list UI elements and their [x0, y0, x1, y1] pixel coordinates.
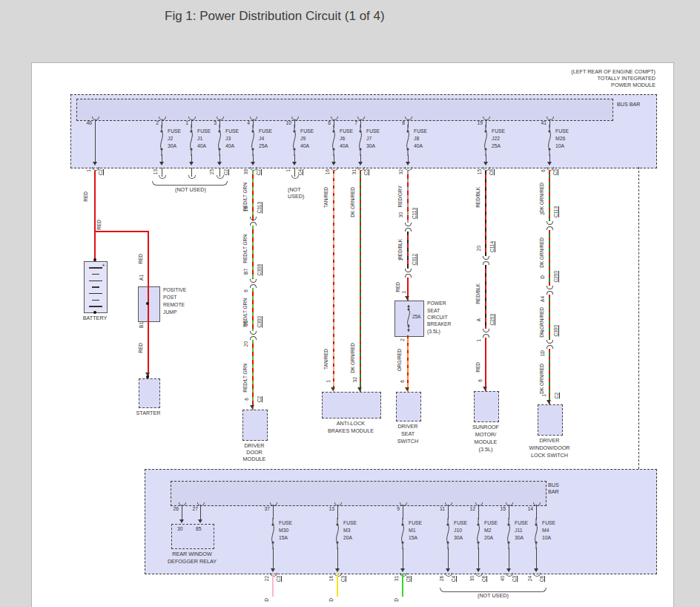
wire [95, 119, 96, 162]
wire-color-label: RED/BLK [476, 187, 481, 208]
jump-label-line: POSITIVE [163, 288, 186, 293]
inline-connector-icon [250, 331, 257, 340]
fuse-name: J7 [366, 137, 372, 142]
wire-color-label: RED/LT GRN [243, 234, 248, 263]
wire [478, 548, 479, 568]
exit-pin: 6 [541, 169, 547, 172]
connector-label: C2 [224, 169, 229, 175]
wire [448, 548, 449, 568]
exit-pin: 31 [352, 169, 357, 174]
not-used-label: (NOT USED) [478, 593, 509, 598]
fuse-amps: 25A [259, 144, 268, 149]
fuse-amps: 25A [492, 144, 501, 149]
wire-color-label: DK GRN/RED [540, 183, 545, 213]
wire-color-label: DK GRN/RED [540, 237, 545, 268]
arrowhead-icon [189, 162, 194, 165]
wire [219, 154, 220, 162]
wire-tan-red [333, 171, 334, 392]
arrowhead-icon [335, 568, 340, 572]
fuse-icon [481, 125, 490, 156]
wire [200, 505, 201, 520]
fuse-word: FUSE [454, 521, 467, 526]
fuse-word: FUSE [409, 521, 422, 526]
fuse-word: FUSE [366, 129, 380, 134]
wire [191, 154, 192, 162]
fuse-amps: 40A [300, 144, 309, 149]
fuse-icon [215, 125, 224, 156]
component-pin: 6 [400, 380, 406, 383]
inline-pin: 25 [244, 321, 249, 326]
bus-pin: 26 [168, 507, 179, 512]
wire [403, 548, 403, 568]
fuse-word: FUSE [343, 521, 357, 526]
component-pin: 1 [542, 394, 547, 397]
connector-label: C113 [412, 208, 417, 219]
fuse-amps: 20A [484, 536, 493, 541]
connector-label: C313 [257, 202, 262, 214]
fuse-icon [545, 125, 554, 156]
arrowhead-icon [331, 387, 335, 391]
positive-post-remote-jump [138, 286, 160, 322]
wire-color-label: RED/BLK [476, 283, 481, 304]
wire-dk-grn-red [549, 230, 550, 286]
inline-pin: 20 [244, 341, 249, 347]
bus-pin: 14 [523, 507, 533, 512]
fuse-word: FUSE [197, 129, 211, 134]
battery-terminal-dot [93, 311, 96, 314]
connector-label: C6 [540, 576, 545, 582]
connector-label: C6 [489, 169, 495, 175]
wire [408, 154, 409, 162]
fuse-name: M3 [343, 528, 350, 534]
wire-red [485, 338, 486, 391]
jump-label-line: REMOTE [163, 303, 185, 308]
arrowhead-icon [179, 519, 184, 523]
component-pin: 6 [245, 398, 250, 401]
fuse-amps: 40A [225, 144, 234, 149]
component-pin: 32 [353, 377, 358, 382]
wire-color-label: RED [396, 282, 401, 292]
wire-red [94, 232, 96, 261]
wire [162, 154, 162, 162]
driver-door-module [242, 410, 268, 441]
starter [139, 378, 160, 408]
fuse-name: M2 [484, 528, 491, 534]
inline-connector-icon [547, 286, 553, 295]
wire-color-label: D [265, 598, 270, 602]
exit-pin: 13 [153, 169, 159, 174]
wire-color-label: RED/GRY [398, 186, 403, 208]
connector-label: C5 [364, 169, 369, 175]
not-used-label: (NOT USED) [175, 187, 206, 192]
inline-connector-icon [483, 256, 489, 265]
fuse-amps: 30A [454, 536, 463, 541]
fuse-icon [356, 125, 365, 156]
tipm-boundary-line [638, 167, 639, 469]
inline-pin: 30 [399, 212, 404, 217]
fuse-word: FUSE [300, 129, 314, 134]
wire [509, 548, 509, 568]
inline-pin: 6 [244, 289, 249, 292]
battery-plate [89, 306, 102, 307]
jump-label-line: POST [163, 295, 177, 301]
exit-pin: 24 [528, 576, 533, 581]
relay-pin: 30 [177, 527, 183, 532]
wire-red-blk [407, 232, 409, 269]
fuse-icon [398, 518, 407, 549]
arrowhead-icon [271, 568, 275, 572]
connector-label: C3 [341, 576, 346, 582]
fuse-name: J11 [515, 528, 522, 534]
inline-connector-icon [547, 221, 553, 230]
exit-pin: 32 [399, 169, 404, 174]
connector-label: C6 [406, 576, 412, 582]
fuse-word: FUSE [225, 129, 239, 134]
arrowhead-icon [405, 387, 409, 391]
connector-label: C2 [257, 169, 262, 175]
connector-label: C2 [257, 396, 262, 402]
fuse-amps: 15A [409, 536, 417, 541]
wire-color-label: DK GRN/RED [540, 364, 545, 394]
inline-connector-icon [483, 329, 489, 338]
fuse-amps: 40A [197, 144, 206, 149]
fuse-amps: 10A [542, 536, 551, 541]
arrowhead-icon [331, 162, 336, 165]
wire-color-label: DK GRN/RED [351, 187, 356, 217]
fuse-icon [329, 125, 338, 156]
